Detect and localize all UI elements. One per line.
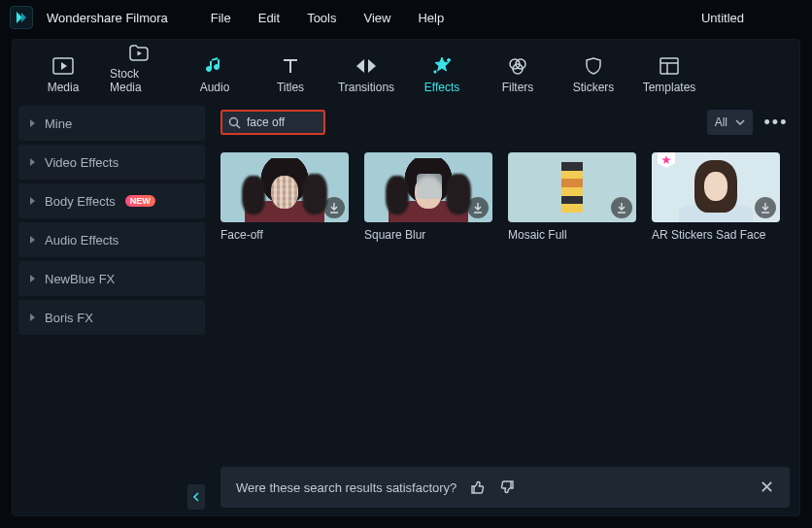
tab-templates[interactable]: Templates (640, 55, 698, 100)
category-tabs: Media Stock Media Audio Titles Transitio… (13, 40, 799, 100)
effect-thumbnail (220, 152, 349, 222)
svg-marker-3 (356, 59, 364, 73)
tab-label: Filters (502, 81, 534, 94)
tab-stickers[interactable]: Stickers (564, 55, 623, 100)
download-icon[interactable] (755, 197, 776, 218)
chevron-right-icon (30, 236, 35, 244)
sidebar-item-label: Mine (45, 116, 72, 131)
effect-card-ar-sad-face[interactable]: AR Stickers Sad Face (652, 152, 780, 242)
tab-effects[interactable]: Effects (413, 55, 471, 100)
sidebar-item-body-effects[interactable]: Body Effects NEW (18, 183, 205, 218)
download-icon[interactable] (323, 197, 345, 218)
tab-stock-media[interactable]: Stock Media (110, 42, 168, 100)
new-badge: NEW (125, 195, 155, 207)
thumbs-down-button[interactable] (499, 479, 515, 495)
stickers-icon (583, 55, 604, 77)
menu-edit[interactable]: Edit (258, 11, 280, 25)
titlebar: Wondershare Filmora File Edit Tools View… (0, 0, 812, 35)
filters-icon (507, 55, 528, 77)
menu-file[interactable]: File (211, 11, 231, 25)
effect-card-face-off[interactable]: Face-off (220, 152, 349, 242)
effect-thumbnail (508, 152, 636, 222)
tab-label: Transitions (338, 81, 394, 94)
app-name: Wondershare Filmora (47, 11, 168, 25)
sidebar-item-mine[interactable]: Mine (18, 106, 205, 141)
sidebar-item-label: Video Effects (45, 155, 118, 170)
sidebar-item-boris-fx[interactable]: Boris FX (18, 300, 205, 335)
filter-label: All (715, 116, 727, 129)
search-input[interactable] (247, 116, 315, 129)
feedback-bar: Were these search results satisfactory? … (220, 467, 790, 508)
sidebar-item-label: NewBlue FX (45, 272, 115, 286)
templates-icon (659, 55, 680, 77)
media-icon (52, 55, 74, 77)
close-button[interactable]: ✕ (760, 477, 774, 498)
effect-card-square-blur[interactable]: Square Blur (364, 152, 492, 242)
menu-help[interactable]: Help (418, 11, 444, 25)
feedback-prompt: Were these search results satisfactory? (236, 480, 457, 495)
chevron-down-icon (735, 119, 745, 125)
menu-view[interactable]: View (363, 11, 390, 25)
effect-card-mosaic-full[interactable]: Mosaic Full (508, 152, 636, 242)
thumbs-up-button[interactable] (470, 479, 486, 495)
effect-thumbnail (652, 152, 780, 222)
tab-label: Stock Media (110, 67, 168, 94)
titles-icon (280, 55, 301, 77)
effects-sidebar: Mine Video Effects Body Effects NEW Audi… (13, 100, 211, 515)
tab-media[interactable]: Media (34, 55, 92, 100)
chevron-right-icon (30, 314, 35, 321)
sidebar-item-label: Body Effects (45, 194, 116, 209)
project-title[interactable]: Untitled (701, 11, 744, 25)
svg-point-6 (434, 71, 436, 73)
tab-label: Audio (200, 81, 230, 94)
effect-label: AR Stickers Sad Face (652, 228, 780, 242)
svg-marker-2 (138, 51, 143, 56)
app-logo (10, 6, 33, 29)
filter-dropdown[interactable]: All (707, 110, 753, 135)
tab-label: Stickers (573, 81, 615, 94)
tab-label: Titles (277, 81, 304, 94)
effect-label: Mosaic Full (508, 228, 636, 242)
effect-label: Square Blur (364, 228, 492, 242)
search-icon (228, 116, 241, 129)
svg-point-5 (448, 59, 451, 62)
ar-badge-icon (658, 152, 675, 168)
sidebar-item-label: Audio Effects (45, 233, 118, 248)
effect-label: Face-off (220, 228, 349, 242)
search-box[interactable] (220, 110, 325, 135)
tab-label: Templates (643, 81, 696, 94)
menu-bar: File Edit Tools View Help (211, 11, 444, 25)
tab-audio[interactable]: Audio (186, 55, 244, 100)
menu-tools[interactable]: Tools (307, 11, 336, 25)
sidebar-item-video-effects[interactable]: Video Effects (18, 145, 205, 180)
tab-filters[interactable]: Filters (489, 55, 547, 100)
chevron-right-icon (30, 197, 35, 205)
results-grid: Face-off Square Blur Mosaic Full (220, 152, 790, 242)
effects-icon (431, 55, 453, 77)
svg-line-14 (237, 124, 240, 127)
chevron-right-icon (30, 119, 35, 127)
sidebar-item-label: Boris FX (45, 311, 93, 325)
svg-marker-1 (61, 62, 67, 70)
svg-rect-10 (660, 58, 678, 74)
results-panel: All ••• Face-off (211, 100, 799, 515)
more-button[interactable]: ••• (762, 110, 790, 135)
chevron-right-icon (30, 158, 35, 166)
download-icon[interactable] (467, 197, 489, 218)
tab-label: Effects (424, 81, 459, 94)
content-frame: Media Stock Media Audio Titles Transitio… (12, 39, 800, 516)
chevron-right-icon (30, 275, 35, 282)
collapse-sidebar-button[interactable] (187, 484, 205, 510)
svg-point-13 (230, 117, 238, 125)
tab-label: Media (48, 81, 80, 94)
transitions-icon (355, 55, 377, 77)
audio-icon (204, 55, 225, 77)
effect-thumbnail (364, 152, 492, 222)
download-icon[interactable] (611, 197, 632, 218)
tab-transitions[interactable]: Transitions (337, 55, 395, 100)
stock-media-icon (128, 42, 150, 63)
tab-titles[interactable]: Titles (261, 55, 320, 100)
results-toolbar: All ••• (220, 106, 790, 139)
sidebar-item-audio-effects[interactable]: Audio Effects (18, 222, 205, 257)
sidebar-item-newblue-fx[interactable]: NewBlue FX (18, 261, 205, 296)
